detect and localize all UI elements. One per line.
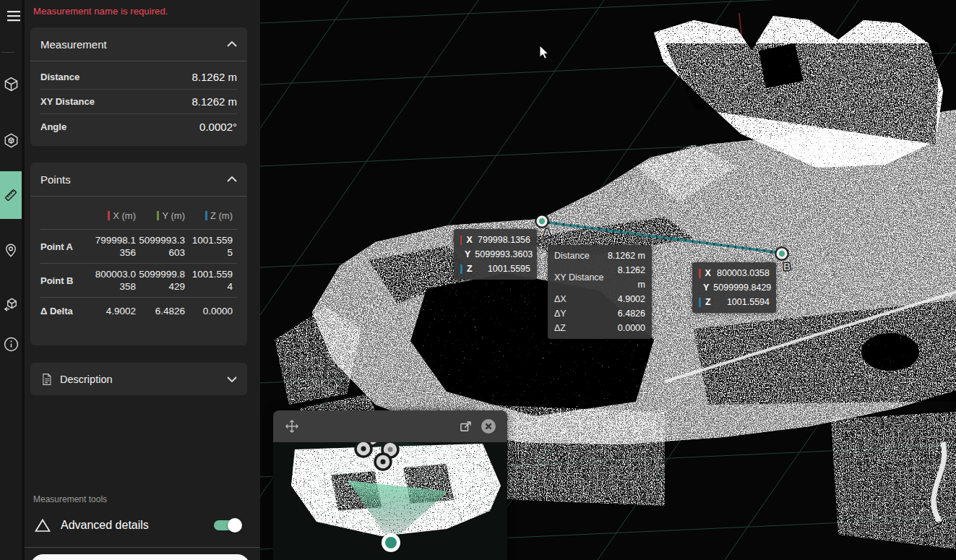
- tooltip-row: Distance8.1262 m: [554, 249, 645, 263]
- row-label: Distance: [40, 72, 79, 82]
- advanced-details-row: Advanced details: [25, 512, 260, 539]
- tooltip-row: ΔX4.9002: [554, 292, 645, 306]
- dataset-box-icon: [3, 296, 20, 313]
- row-label: Angle: [40, 121, 66, 132]
- row-value: 8.1262 m: [191, 71, 237, 83]
- model-box-icon: [3, 132, 20, 149]
- points-panel: Points X (m) Y (m) Z (m) Point A 799998.…: [30, 163, 247, 345]
- y-axis-color-bar: [157, 211, 159, 220]
- measurement-row: Distance 8.1262 m: [40, 65, 237, 90]
- close-icon: [480, 418, 497, 435]
- tooltip-row: ΔY6.4826: [554, 306, 645, 321]
- z-axis-color-bar: [205, 211, 207, 220]
- viewport-3d[interactable]: A B X799998.1356 Y5099993.3603 Z1001.559…: [260, 0, 956, 560]
- description-panel-title: Description: [60, 374, 113, 385]
- tools-section-label: Measurement tools: [33, 494, 107, 504]
- x-axis-color-bar: [460, 236, 462, 245]
- points-panel-header[interactable]: Points: [30, 163, 247, 197]
- rail-item-info[interactable]: [0, 329, 22, 358]
- move-icon: [284, 418, 300, 434]
- advanced-details-toggle[interactable]: [214, 520, 240, 530]
- info-icon: [3, 336, 20, 353]
- rail-item-datasets[interactable]: [0, 290, 22, 319]
- chevron-up-icon: [227, 176, 237, 182]
- row-value: 8.1262 m: [191, 95, 237, 108]
- measurement-tooltip: Distance8.1262 m XY Distance8.1262 m ΔX4…: [548, 245, 652, 339]
- ruler-icon: [2, 186, 20, 204]
- point-a-tooltip: X799998.1356 Y5099993.3603 Z1001.5595: [454, 229, 537, 280]
- measurement-panel-title: Measurement: [40, 38, 107, 51]
- measurement-row: XY Distance 8.1262 m: [40, 90, 237, 114]
- cube-icon: [3, 76, 20, 92]
- description-panel: Description: [30, 363, 247, 395]
- point-b-tooltip: X800003.0358 Y5099999.8429 Z1001.5594: [692, 262, 776, 313]
- advanced-details-label: Advanced details: [61, 519, 149, 532]
- menu-icon: [7, 10, 21, 22]
- tooltip-row: ΔZ0.0000: [554, 321, 645, 335]
- bottom-action-button[interactable]: [30, 554, 250, 560]
- bottom-divider: [25, 547, 260, 548]
- chevron-down-icon: [227, 376, 237, 382]
- row-label: XY Distance: [40, 96, 95, 107]
- triangle-icon: [35, 517, 51, 533]
- error-message: Measurement name is required.: [33, 6, 168, 17]
- map-pin-icon: [3, 242, 19, 258]
- points-panel-title: Points: [40, 173, 71, 186]
- column-header-x: X (m): [91, 210, 136, 221]
- rail-item-3d-view[interactable]: [0, 69, 22, 98]
- rail-item-measure[interactable]: [0, 171, 22, 219]
- current-position-marker[interactable]: [382, 533, 400, 552]
- minimap-expand-button[interactable]: [454, 415, 477, 438]
- measurement-sidebar: Measurement name is required. Measuremen…: [25, 0, 260, 560]
- z-axis-color-bar: [699, 298, 701, 307]
- table-row-delta: Δ Delta 4.9002 6.4826 0.0000: [40, 298, 237, 324]
- tooltip-row: Y5099993.3603: [460, 247, 530, 262]
- column-header-y: Y (m): [139, 210, 185, 221]
- tooltip-row: X799998.1356: [460, 233, 530, 247]
- minimap-header[interactable]: [273, 410, 507, 442]
- minimap-move-button[interactable]: [280, 415, 303, 438]
- chevron-up-icon: [227, 41, 237, 47]
- document-icon: [40, 372, 53, 387]
- minimap-panel: [273, 410, 507, 560]
- measurement-panel-header[interactable]: Measurement: [30, 27, 247, 61]
- tooltip-row: Z1001.5595: [460, 262, 530, 276]
- tooltip-row: Y5099999.8429: [699, 280, 770, 295]
- x-axis-color-bar: [108, 211, 110, 220]
- z-axis-color-bar: [460, 264, 462, 274]
- minimap-close-button[interactable]: [477, 415, 500, 438]
- measurement-row: Angle 0.0002°: [40, 114, 237, 139]
- rail-divider: [1, 52, 14, 53]
- tool-rail: [0, 0, 25, 560]
- measurement-rows: Distance 8.1262 m XY Distance 8.1262 m A…: [30, 61, 247, 139]
- points-table: X (m) Y (m) Z (m) Point A 799998.1356 50…: [30, 197, 247, 324]
- rail-item-models[interactable]: [0, 126, 22, 155]
- description-panel-header[interactable]: Description: [30, 363, 247, 395]
- x-axis-color-bar: [699, 269, 701, 278]
- minimap-map[interactable]: [273, 442, 507, 560]
- tooltip-row: XY Distance8.1262 m: [554, 263, 645, 292]
- table-row-point-a: Point A 799998.1356 5099993.3603 1001.55…: [40, 230, 237, 264]
- rail-item-places[interactable]: [0, 236, 22, 264]
- row-value: 0.0002°: [199, 121, 237, 133]
- points-table-header: X (m) Y (m) Z (m): [40, 202, 237, 230]
- column-header-z: Z (m): [188, 210, 233, 221]
- table-row-point-b: Point B 800003.0358 5099999.8429 1001.55…: [40, 264, 237, 298]
- main-menu-button[interactable]: [3, 1, 25, 30]
- toggle-knob: [228, 518, 242, 533]
- tooltip-row: X800003.0358: [699, 266, 770, 280]
- expand-icon: [458, 419, 473, 434]
- measurement-panel: Measurement Distance 8.1262 m XY Distanc…: [30, 27, 247, 146]
- app-root: Measurement name is required. Measuremen…: [0, 0, 956, 560]
- tooltip-row: Z1001.5594: [699, 295, 770, 309]
